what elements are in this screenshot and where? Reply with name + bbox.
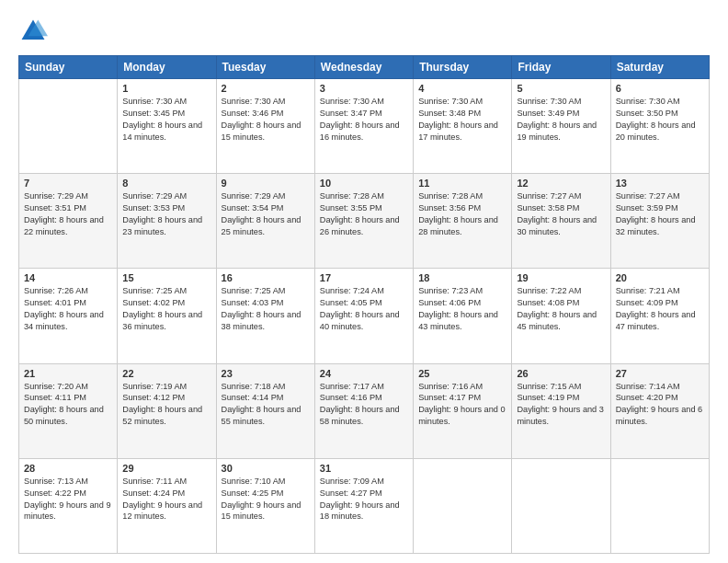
daylight-text: Daylight: 8 hours and 20 minutes. <box>616 121 696 142</box>
sunset-text: Sunset: 4:03 PM <box>222 298 284 307</box>
daylight-text: Daylight: 8 hours and 32 minutes. <box>616 215 696 236</box>
day-number: 1 <box>122 83 210 94</box>
sunrise-text: Sunrise: 7:29 AM <box>24 191 88 201</box>
calendar-cell: 10 Sunrise: 7:28 AM Sunset: 3:55 PM Dayl… <box>314 174 413 269</box>
day-info: Sunrise: 7:13 AM Sunset: 4:22 PM Dayligh… <box>24 476 112 523</box>
day-number: 13 <box>616 178 704 189</box>
weekday-header: Friday <box>512 56 610 79</box>
sunrise-text: Sunrise: 7:28 AM <box>418 191 483 201</box>
calendar-cell: 12 Sunrise: 7:27 AM Sunset: 3:58 PM Dayl… <box>512 174 610 269</box>
day-number: 26 <box>517 368 605 379</box>
day-number: 18 <box>418 272 506 283</box>
calendar-cell <box>414 458 512 553</box>
day-number: 9 <box>222 178 310 189</box>
day-number: 21 <box>24 368 112 379</box>
calendar-cell: 30 Sunrise: 7:10 AM Sunset: 4:25 PM Dayl… <box>216 458 314 553</box>
day-number: 12 <box>517 178 605 189</box>
calendar-cell: 11 Sunrise: 7:28 AM Sunset: 3:56 PM Dayl… <box>414 174 512 269</box>
calendar-cell: 22 Sunrise: 7:19 AM Sunset: 4:12 PM Dayl… <box>118 363 216 458</box>
sunrise-text: Sunrise: 7:23 AM <box>418 286 483 295</box>
daylight-text: Daylight: 8 hours and 38 minutes. <box>222 310 301 331</box>
daylight-text: Daylight: 8 hours and 23 minutes. <box>122 215 202 236</box>
sunset-text: Sunset: 3:58 PM <box>517 203 579 213</box>
weekday-header: Tuesday <box>216 56 314 79</box>
sunset-text: Sunset: 3:56 PM <box>418 203 481 213</box>
daylight-text: Daylight: 9 hours and 6 minutes. <box>616 405 703 426</box>
sunset-text: Sunset: 3:49 PM <box>517 109 579 118</box>
day-number: 5 <box>517 83 605 94</box>
day-info: Sunrise: 7:30 AM Sunset: 3:49 PM Dayligh… <box>517 96 605 144</box>
sunrise-text: Sunrise: 7:15 AM <box>517 382 581 391</box>
sunrise-text: Sunrise: 7:30 AM <box>616 97 680 106</box>
sunset-text: Sunset: 4:14 PM <box>222 393 284 402</box>
calendar-cell: 19 Sunrise: 7:22 AM Sunset: 4:08 PM Dayl… <box>512 269 610 363</box>
day-info: Sunrise: 7:29 AM Sunset: 3:51 PM Dayligh… <box>24 190 112 238</box>
calendar-cell: 8 Sunrise: 7:29 AM Sunset: 3:53 PM Dayli… <box>118 174 216 269</box>
daylight-text: Daylight: 9 hours and 0 minutes. <box>418 405 506 426</box>
weekday-header: Saturday <box>610 56 709 79</box>
sunset-text: Sunset: 4:12 PM <box>122 393 185 402</box>
day-info: Sunrise: 7:24 AM Sunset: 4:05 PM Dayligh… <box>320 285 408 333</box>
day-info: Sunrise: 7:09 AM Sunset: 4:27 PM Dayligh… <box>320 476 408 523</box>
calendar-cell: 2 Sunrise: 7:30 AM Sunset: 3:46 PM Dayli… <box>216 79 314 174</box>
day-info: Sunrise: 7:30 AM Sunset: 3:47 PM Dayligh… <box>320 96 408 144</box>
daylight-text: Daylight: 8 hours and 15 minutes. <box>222 121 301 142</box>
daylight-text: Daylight: 8 hours and 22 minutes. <box>24 215 104 236</box>
sunset-text: Sunset: 3:46 PM <box>222 109 284 118</box>
calendar-cell <box>610 458 709 553</box>
day-info: Sunrise: 7:28 AM Sunset: 3:55 PM Dayligh… <box>320 190 408 238</box>
day-number: 16 <box>222 272 310 283</box>
sunset-text: Sunset: 4:09 PM <box>616 298 678 307</box>
day-info: Sunrise: 7:20 AM Sunset: 4:11 PM Dayligh… <box>24 381 112 429</box>
weekday-header: Wednesday <box>314 56 413 79</box>
sunrise-text: Sunrise: 7:30 AM <box>222 97 286 106</box>
daylight-text: Daylight: 8 hours and 43 minutes. <box>418 310 498 331</box>
sunrise-text: Sunrise: 7:26 AM <box>24 286 88 295</box>
sunrise-text: Sunrise: 7:14 AM <box>616 382 680 391</box>
calendar-cell: 15 Sunrise: 7:25 AM Sunset: 4:02 PM Dayl… <box>118 269 216 363</box>
day-number: 29 <box>122 463 210 474</box>
day-info: Sunrise: 7:27 AM Sunset: 3:58 PM Dayligh… <box>517 190 605 238</box>
day-number: 11 <box>418 178 506 189</box>
day-number: 14 <box>24 272 112 283</box>
daylight-text: Daylight: 9 hours and 18 minutes. <box>320 500 400 522</box>
daylight-text: Daylight: 8 hours and 25 minutes. <box>222 215 301 236</box>
day-number: 20 <box>616 272 704 283</box>
daylight-text: Daylight: 9 hours and 9 minutes. <box>24 500 111 522</box>
sunrise-text: Sunrise: 7:24 AM <box>320 286 384 295</box>
daylight-text: Daylight: 8 hours and 58 minutes. <box>320 405 400 426</box>
day-number: 7 <box>24 178 112 189</box>
sunrise-text: Sunrise: 7:18 AM <box>222 382 286 391</box>
day-info: Sunrise: 7:25 AM Sunset: 4:02 PM Dayligh… <box>122 285 210 333</box>
day-info: Sunrise: 7:14 AM Sunset: 4:20 PM Dayligh… <box>616 381 704 429</box>
sunrise-text: Sunrise: 7:25 AM <box>122 286 187 295</box>
sunset-text: Sunset: 4:24 PM <box>122 488 185 498</box>
day-info: Sunrise: 7:30 AM Sunset: 3:46 PM Dayligh… <box>222 96 310 144</box>
day-number: 10 <box>320 178 408 189</box>
daylight-text: Daylight: 8 hours and 19 minutes. <box>517 121 597 142</box>
day-number: 25 <box>418 368 506 379</box>
daylight-text: Daylight: 8 hours and 45 minutes. <box>517 310 597 331</box>
day-info: Sunrise: 7:29 AM Sunset: 3:53 PM Dayligh… <box>122 190 210 238</box>
day-number: 6 <box>616 83 704 94</box>
day-number: 22 <box>122 368 210 379</box>
sunrise-text: Sunrise: 7:17 AM <box>320 382 384 391</box>
sunrise-text: Sunrise: 7:13 AM <box>24 477 88 486</box>
logo <box>18 17 51 46</box>
daylight-text: Daylight: 8 hours and 26 minutes. <box>320 215 400 236</box>
sunset-text: Sunset: 3:47 PM <box>320 109 382 118</box>
sunrise-text: Sunrise: 7:30 AM <box>320 97 384 106</box>
header <box>18 17 710 46</box>
sunrise-text: Sunrise: 7:30 AM <box>517 97 581 106</box>
day-info: Sunrise: 7:30 AM Sunset: 3:45 PM Dayligh… <box>122 96 210 144</box>
day-info: Sunrise: 7:30 AM Sunset: 3:50 PM Dayligh… <box>616 96 704 144</box>
sunset-text: Sunset: 3:54 PM <box>222 203 284 213</box>
daylight-text: Daylight: 9 hours and 15 minutes. <box>222 500 301 522</box>
day-info: Sunrise: 7:30 AM Sunset: 3:48 PM Dayligh… <box>418 96 506 144</box>
sunrise-text: Sunrise: 7:29 AM <box>222 191 286 201</box>
day-info: Sunrise: 7:15 AM Sunset: 4:19 PM Dayligh… <box>517 381 605 429</box>
logo-icon <box>18 17 48 46</box>
sunrise-text: Sunrise: 7:20 AM <box>24 382 88 391</box>
day-info: Sunrise: 7:27 AM Sunset: 3:59 PM Dayligh… <box>616 190 704 238</box>
daylight-text: Daylight: 8 hours and 16 minutes. <box>320 121 400 142</box>
